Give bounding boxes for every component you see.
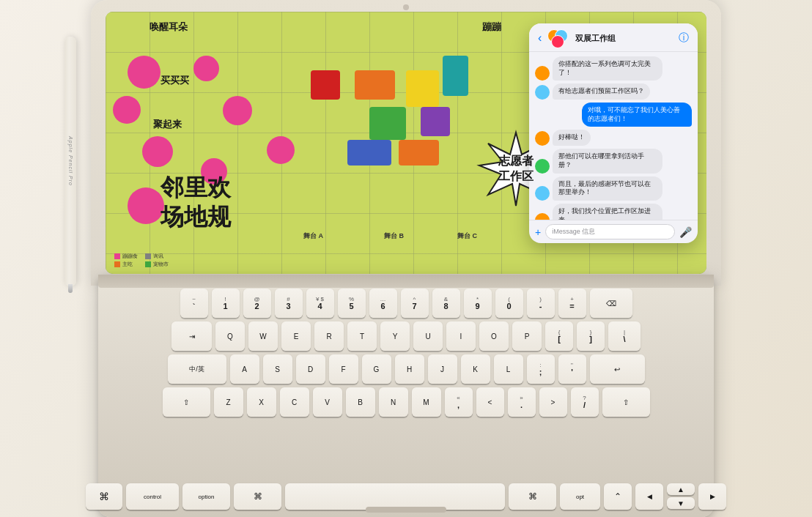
key-p[interactable]: P	[512, 321, 542, 351]
key-greaterthan[interactable]: >	[539, 387, 567, 417]
key-q[interactable]: Q	[215, 321, 245, 351]
map-legend: 蹦蹦食 询讯 主吃 宠物市	[114, 253, 169, 268]
map-block-purple-1	[421, 107, 450, 136]
key-o[interactable]: O	[479, 321, 509, 351]
key-arrow-down[interactable]: ▼	[667, 497, 695, 509]
key-globe[interactable]: ⌘	[86, 483, 122, 510]
key-8[interactable]: &8	[432, 289, 460, 318]
map-marker-4	[193, 56, 219, 81]
apple-pencil: Apple Pencil Pro	[64, 37, 76, 286]
key-opt-right[interactable]: opt	[560, 483, 600, 510]
key-h[interactable]: H	[395, 354, 424, 384]
volunteer-text: 志愿者工作区	[498, 154, 534, 185]
key-period[interactable]: ».	[508, 387, 536, 417]
imessage-window[interactable]: ‹ 双展工作组 ⓘ	[529, 23, 698, 243]
key-return[interactable]: ↩	[590, 354, 645, 384]
key-x[interactable]: X	[247, 387, 276, 417]
key-slash[interactable]: ?/	[571, 387, 599, 417]
key-bracket-right[interactable]: }]	[577, 321, 605, 351]
map-label-gather: 聚起来	[153, 118, 182, 131]
key-shift-left[interactable]: ⇧	[163, 387, 210, 417]
key-i[interactable]: I	[446, 321, 476, 351]
key-option[interactable]: option	[182, 483, 230, 510]
key-0[interactable]: (0	[495, 289, 523, 318]
imessage-info-button[interactable]: ⓘ	[679, 31, 689, 45]
key-cmd-right[interactable]: ⌘	[509, 483, 556, 510]
key-t[interactable]: T	[347, 321, 377, 351]
imessage-text-input[interactable]: iMessage 信息	[545, 224, 675, 239]
key-7[interactable]: ^7	[401, 289, 429, 318]
key-f[interactable]: F	[329, 354, 358, 384]
key-bracket-left[interactable]: {[	[545, 321, 573, 351]
map-marker-1	[128, 56, 160, 89]
imessage-back-button[interactable]: ‹	[538, 31, 542, 45]
key-lessthan[interactable]: <	[476, 387, 504, 417]
key-k[interactable]: K	[461, 354, 490, 384]
key-quote[interactable]: "'	[558, 354, 586, 384]
key-y[interactable]: Y	[380, 321, 410, 351]
key-tab[interactable]: ⇥	[171, 321, 212, 351]
msg-avatar-1	[535, 66, 550, 81]
key-control[interactable]: control	[126, 483, 179, 510]
key-z[interactable]: Z	[214, 387, 243, 417]
imessage-input-area: + iMessage 信息 🎤	[529, 220, 698, 243]
key-c[interactable]: C	[280, 387, 309, 417]
key-3[interactable]: #3	[275, 289, 303, 318]
key-n[interactable]: N	[379, 387, 408, 417]
key-caps[interactable]: 中/英	[168, 354, 226, 384]
imessage-plus-button[interactable]: +	[535, 226, 541, 238]
legend-item-2: 询讯	[145, 253, 169, 260]
key-b[interactable]: B	[346, 387, 375, 417]
map-block-red-1	[311, 70, 340, 100]
key-a[interactable]: A	[230, 354, 259, 384]
key-backslash[interactable]: |\	[608, 321, 641, 351]
key-u[interactable]: U	[413, 321, 443, 351]
key-comma[interactable]: «,	[445, 387, 473, 417]
arrow-up-down-container: ▲ ▼	[667, 483, 695, 510]
key-backspace[interactable]: ⌫	[590, 289, 632, 318]
key-shift-right[interactable]: ⇧	[602, 387, 650, 417]
key-5[interactable]: %5	[338, 289, 366, 318]
key-ctrl-right[interactable]: ⌃	[604, 483, 632, 510]
legend-item-1: 蹦蹦食	[114, 253, 138, 260]
keyboard-bottom-row: ⌘ control option ⌘ ⌘ opt ⌃ ◀ ▲ ▼ ▶	[110, 483, 702, 510]
group-avatar-3	[551, 35, 564, 48]
key-cmd-left[interactable]: ⌘	[234, 483, 281, 510]
imessage-mic-button[interactable]: 🎤	[679, 226, 692, 238]
trackpad[interactable]	[366, 507, 446, 513]
map-block-orange-2	[399, 140, 439, 165]
key-equals[interactable]: +=	[558, 289, 586, 318]
key-r[interactable]: R	[314, 321, 344, 351]
key-arrow-up[interactable]: ▲	[667, 483, 695, 495]
key-d[interactable]: D	[296, 354, 325, 384]
key-4[interactable]: ¥ $4	[306, 289, 334, 318]
message-row-2: 有给志愿者们预留工作区吗？	[535, 83, 692, 100]
key-v[interactable]: V	[313, 387, 342, 417]
key-arrow-right[interactable]: ▶	[698, 483, 726, 510]
key-l[interactable]: L	[494, 354, 523, 384]
key-m[interactable]: M	[412, 387, 441, 417]
keyboard-base: ~` !1 @2 #3 ¥ $4 %5 …6 ^7 &8 *9 (0 )- +=…	[98, 275, 714, 517]
key-6[interactable]: …6	[369, 289, 397, 318]
msg-avatar-2	[535, 85, 550, 100]
key-w[interactable]: W	[248, 321, 278, 351]
imessage-messages-list: 你搭配的这一系列色调可太完美了！ 有给志愿者们预留工作区吗？ 对哦，可不能忘了我…	[529, 52, 698, 220]
imessage-header: ‹ 双展工作组 ⓘ	[529, 23, 698, 52]
key-j[interactable]: J	[428, 354, 457, 384]
map-block-yellow-1	[406, 70, 439, 107]
key-tilde[interactable]: ~`	[180, 289, 208, 318]
map-content: 唤醒耳朵 蹦蹦 邻里欢 场地规 买买买 聚起来 蹦蹦食 询讯 主吃 宠物市	[106, 12, 706, 274]
key-e[interactable]: E	[281, 321, 311, 351]
key-space[interactable]	[285, 483, 505, 510]
key-minus[interactable]: )-	[527, 289, 555, 318]
key-1[interactable]: !1	[212, 289, 240, 318]
message-bubble-1: 你搭配的这一系列色调可太完美了！	[553, 56, 662, 81]
message-row-6: 而且，最后的感谢环节也可以在那里举办！	[535, 176, 692, 201]
key-g[interactable]: G	[362, 354, 391, 384]
msg-avatar-7	[535, 213, 550, 220]
key-2[interactable]: @2	[243, 289, 271, 318]
key-s[interactable]: S	[263, 354, 292, 384]
key-arrow-left[interactable]: ◀	[635, 483, 663, 510]
key-9[interactable]: *9	[464, 289, 492, 318]
key-semicolon[interactable]: :;	[527, 354, 555, 384]
